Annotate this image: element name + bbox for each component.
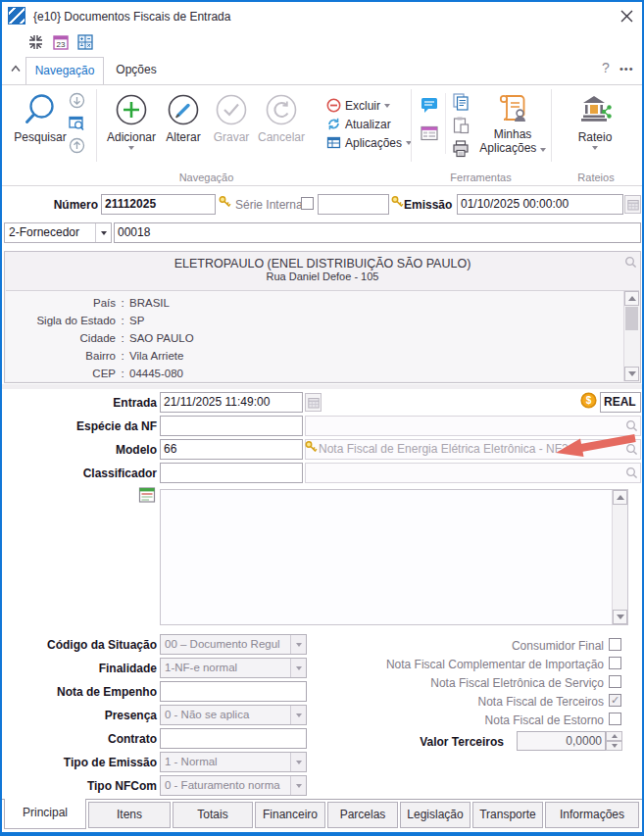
tipo-emissao-select[interactable]: 1 - Normal [160, 752, 307, 772]
help-button[interactable]: ? [602, 60, 610, 75]
especie-nf-search-button[interactable] [623, 418, 639, 434]
classificador-lookup-field[interactable] [305, 463, 641, 483]
valor-terceiros-input[interactable]: 0,0000 [517, 731, 606, 751]
tab-transporte[interactable]: Transporte [472, 802, 543, 828]
tab-itens[interactable]: Itens [88, 802, 171, 828]
finalidade-select[interactable]: 1-NF-e normal [160, 658, 307, 678]
search-icon [625, 419, 638, 432]
chevron-down-icon [296, 784, 302, 788]
pesquisar-button[interactable]: Pesquisar [12, 92, 69, 144]
dropdown-button[interactable] [290, 753, 306, 771]
rateio-button[interactable]: Rateio [561, 92, 629, 150]
consumidor-final-checkbox[interactable] [609, 638, 621, 651]
previous-record-button[interactable] [67, 91, 86, 110]
numero-input[interactable]: 21112025 [101, 194, 216, 215]
tab-legislacao[interactable]: Legislação [400, 802, 471, 828]
cancelar-button[interactable]: Cancelar [256, 92, 307, 144]
nf-eletronica-servico-checkbox[interactable] [609, 675, 621, 688]
copy-button[interactable] [449, 90, 472, 113]
collapse-window-button[interactable] [25, 32, 45, 52]
form-view-button[interactable] [418, 122, 441, 144]
dropdown-button[interactable] [290, 659, 306, 677]
tipo-nfcom-select[interactable]: 0 - Faturamento norma [160, 775, 307, 796]
spin-up-button[interactable] [606, 731, 622, 741]
observacoes-scrollbar[interactable] [612, 490, 627, 624]
dropdown-button[interactable] [290, 635, 306, 654]
serie-interna-checkbox[interactable] [301, 197, 314, 210]
observacoes-textarea[interactable] [160, 489, 628, 625]
emissao-calendar-button[interactable] [624, 195, 641, 214]
finalidade-label: Finalidade [4, 662, 157, 675]
scroll-user-icon [496, 91, 529, 124]
classificador-input[interactable] [160, 463, 303, 483]
scroll-up-button[interactable] [613, 490, 627, 505]
gravar-button[interactable]: Gravar [209, 92, 254, 144]
more-commands-button[interactable]: ••• [619, 63, 634, 74]
excluir-dropdown-caret [384, 104, 390, 108]
search-in-window-button[interactable] [67, 114, 86, 132]
comment-button[interactable] [418, 93, 441, 116]
scroll-up-button[interactable] [624, 291, 639, 306]
atualizar-button[interactable]: Atualizar [326, 115, 412, 133]
entidade-codigo-input[interactable]: 00018 [114, 222, 641, 243]
codigo-situacao-select[interactable]: 00 – Documento Regul [160, 634, 307, 655]
edit-pencil-icon [166, 92, 201, 127]
supplier-scrollbar[interactable] [623, 291, 639, 381]
scrollbar-thumb[interactable] [625, 307, 638, 330]
numero-label: Número [4, 198, 98, 212]
calculator-shortcut-button[interactable] [75, 32, 95, 52]
key-icon [219, 195, 231, 210]
dropdown-button[interactable] [290, 706, 306, 724]
presenca-select[interactable]: 0 - Não se aplica [160, 705, 307, 725]
modelo-input[interactable]: 66 [160, 439, 303, 460]
contrato-input[interactable] [160, 728, 307, 749]
tab-parcelas[interactable]: Parcelas [327, 802, 398, 828]
calendar-shortcut-button[interactable]: 23 [51, 32, 71, 52]
tab-principal[interactable]: Principal [4, 799, 86, 829]
tab-navegacao[interactable]: Navegação [25, 57, 104, 84]
tab-opcoes[interactable]: Opções [106, 57, 167, 84]
applications-grid-icon [326, 135, 341, 150]
entrada-input[interactable]: 21/11/2025 11:49:00 [160, 392, 303, 413]
nf-terceiros-checkbox[interactable]: ✓ [609, 694, 621, 707]
nota-empenho-input[interactable] [160, 681, 307, 702]
supplier-detail-row: Bairro:Vila Arriete [6, 347, 639, 365]
calendar-icon [308, 397, 320, 409]
remove-circle-icon [326, 98, 341, 113]
moeda-input[interactable]: REAL [600, 392, 641, 413]
scroll-down-button[interactable] [613, 610, 627, 624]
classificador-search-button[interactable] [623, 465, 639, 481]
nf-complementar-importacao-checkbox[interactable] [609, 657, 621, 669]
undo-icon [264, 92, 299, 127]
alterar-button[interactable]: Alterar [161, 92, 206, 144]
tab-financeiro[interactable]: Financeiro [255, 802, 325, 828]
adicionar-button[interactable]: Adicionar [102, 92, 161, 150]
scroll-down-button[interactable] [624, 367, 639, 381]
close-button[interactable] [616, 5, 637, 26]
tab-informacoes[interactable]: Informações [545, 802, 639, 828]
nf-estorno-checkbox[interactable] [609, 713, 621, 725]
especie-nf-input[interactable] [160, 416, 303, 436]
excluir-button[interactable]: Excluir [326, 96, 412, 115]
minhas-aplicacoes-button[interactable]: Minhas Aplicações [480, 91, 545, 155]
chevron-down-icon [296, 761, 302, 764]
nf-eletronica-servico-label: Nota Fiscal Eletrônica de Serviço [325, 676, 604, 690]
spin-down-button[interactable] [606, 741, 622, 751]
entrada-calendar-button[interactable] [305, 393, 322, 412]
print-button[interactable] [449, 137, 472, 160]
next-record-button[interactable] [67, 136, 86, 155]
consumidor-final-label: Consumidor Final [325, 639, 604, 653]
entidade-tipo-dropdown-button[interactable] [95, 223, 111, 242]
emissao-input[interactable]: 01/10/2025 00:00:00 [457, 194, 623, 215]
supplier-search-button[interactable] [622, 254, 638, 270]
currency-coin-icon: $ [580, 392, 597, 409]
ribbon-collapse-button[interactable] [6, 59, 25, 77]
paste-button[interactable] [449, 114, 472, 136]
aplicacoes-button[interactable]: Aplicações [326, 133, 412, 152]
tab-totais[interactable]: Totais [173, 802, 253, 828]
dropdown-button[interactable] [290, 776, 306, 795]
serie-interna-input[interactable] [318, 194, 389, 215]
svg-text:23: 23 [57, 40, 66, 49]
entidade-tipo-select[interactable]: 2-Fornecedor [4, 222, 112, 243]
valor-terceiros-spinner[interactable] [606, 731, 622, 751]
